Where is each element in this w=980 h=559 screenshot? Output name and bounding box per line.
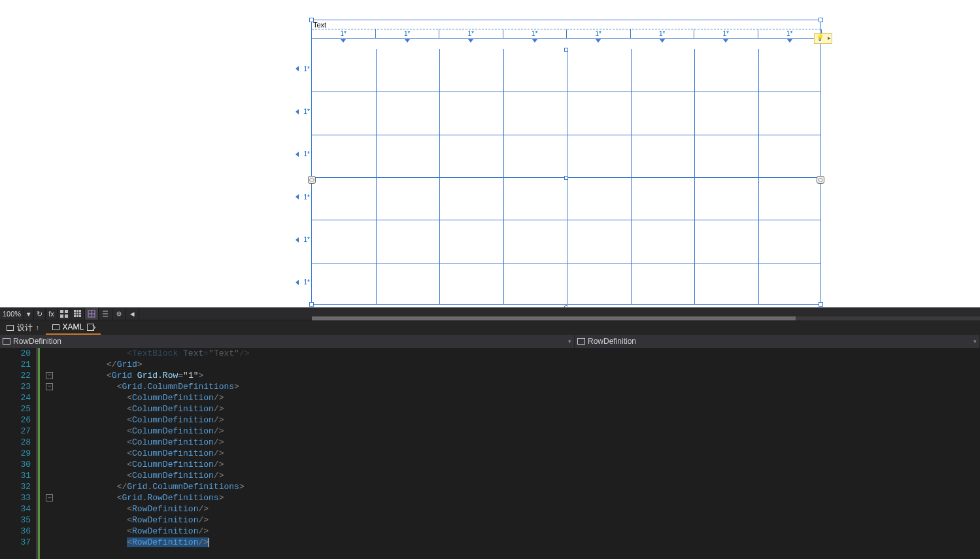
line-number: 22: [0, 370, 36, 381]
row-grip-icon[interactable]: [296, 237, 299, 243]
outline-collapse-toggle[interactable]: −: [46, 372, 53, 379]
code-line[interactable]: <ColumnDefinition/>: [56, 415, 980, 426]
options-button[interactable]: [112, 308, 126, 320]
column-grip-icon[interactable]: [787, 39, 792, 42]
line-number: 34: [0, 503, 36, 515]
text-cursor: [209, 538, 209, 547]
column-grip-icon[interactable]: [596, 39, 601, 42]
column-grip-icon[interactable]: [341, 39, 346, 42]
tab-design[interactable]: 设计 ↕: [0, 320, 46, 335]
svg-rect-4: [74, 310, 76, 312]
snap-button[interactable]: [85, 308, 99, 320]
resize-handle[interactable]: [819, 18, 823, 22]
code-line[interactable]: <RowDefinition/>: [56, 537, 980, 548]
svg-rect-2: [60, 314, 63, 318]
column-grip-icon[interactable]: [723, 39, 728, 42]
effects-fx-button[interactable]: fx: [46, 308, 58, 320]
column-grip-icon[interactable]: [468, 39, 473, 42]
zoom-dropdown[interactable]: ▾: [24, 308, 34, 320]
resize-handle[interactable]: [819, 302, 823, 307]
code-line[interactable]: <ColumnDefinition/>: [56, 426, 980, 437]
column-header[interactable]: 1*: [758, 29, 822, 39]
row-ruler[interactable]: 1*1*1*1*1*1*: [298, 48, 311, 305]
row-header[interactable]: 1*: [298, 236, 311, 243]
row-header[interactable]: 1*: [298, 279, 311, 286]
nav-scope-combo[interactable]: RowDefinition ▾: [0, 335, 575, 348]
link-handle-right[interactable]: ⬭: [817, 176, 824, 184]
line-number: 33: [0, 492, 36, 503]
grid-top-handle[interactable]: [564, 48, 568, 52]
code-line[interactable]: <Grid Grid.Row="1">: [56, 370, 980, 381]
code-body[interactable]: <TextBlock Text="Text"/> </Grid> <Grid G…: [56, 348, 980, 559]
code-line[interactable]: <Grid.ColumnDefinitions>: [56, 381, 980, 392]
grid-mid-handle[interactable]: [564, 176, 568, 180]
code-line[interactable]: <TextBlock Text="Text"/>: [56, 348, 980, 359]
column-grip-icon[interactable]: [405, 39, 410, 42]
pane-tabs: 设计 ↕ XAML: [0, 320, 980, 335]
code-line[interactable]: <ColumnDefinition/>: [56, 437, 980, 448]
row-grip-icon[interactable]: [296, 109, 299, 114]
column-header[interactable]: 1*: [567, 29, 631, 39]
outline-collapse-toggle[interactable]: −: [46, 494, 53, 501]
row-grip-icon[interactable]: [296, 152, 299, 157]
column-header[interactable]: 1*: [312, 29, 376, 39]
snap-icon: [88, 310, 95, 318]
code-line[interactable]: <ColumnDefinition/>: [56, 459, 980, 470]
design-icon: [7, 325, 14, 331]
row-header[interactable]: 1*: [298, 194, 311, 201]
code-line[interactable]: <ColumnDefinition/>: [56, 470, 980, 481]
column-header[interactable]: 1*: [631, 29, 695, 39]
row-header[interactable]: 1*: [298, 65, 311, 73]
column-grip-icon[interactable]: [660, 39, 665, 42]
column-header[interactable]: 1*: [439, 29, 503, 39]
code-line[interactable]: <Grid.RowDefinitions>: [56, 492, 980, 503]
code-line[interactable]: <RowDefinition/>: [56, 526, 980, 537]
row-header[interactable]: 1*: [298, 108, 311, 115]
resize-handle[interactable]: [309, 18, 314, 22]
code-line[interactable]: <RowDefinition/>: [56, 503, 980, 515]
line-number: 30: [0, 459, 36, 470]
code-line[interactable]: </Grid>: [56, 359, 980, 370]
designer-area: Text 1*1*1*1*1*1*1*1* ⬭ ⬭ 💡 G 1*1*1*1*1*…: [0, 0, 980, 307]
textblock-preview: Text: [312, 20, 820, 29]
line-number: 29: [0, 448, 36, 459]
chevron-down-icon: ▾: [568, 338, 571, 345]
column-header[interactable]: 1*: [376, 29, 440, 39]
line-number: 36: [0, 526, 36, 537]
row-header[interactable]: 1*: [298, 150, 311, 158]
code-editor[interactable]: 202122232425262728293031323334353637 −−−…: [0, 348, 980, 559]
design-surface[interactable]: Text 1*1*1*1*1*1*1*1* ⬭ ⬭ 💡 G: [311, 20, 821, 305]
column-ruler[interactable]: 1*1*1*1*1*1*1*1*: [312, 29, 820, 39]
tab-xaml[interactable]: XAML: [46, 320, 101, 335]
code-line[interactable]: <ColumnDefinition/>: [56, 392, 980, 403]
svg-rect-12: [79, 315, 81, 317]
tab-label: 设计: [17, 322, 33, 333]
row-grip-icon[interactable]: [296, 66, 299, 71]
grid-small-icon[interactable]: [58, 308, 71, 320]
code-line[interactable]: <ColumnDefinition/>: [56, 403, 980, 415]
lightbulb-suggestion[interactable]: 💡: [814, 33, 832, 44]
outline-column[interactable]: −−−: [46, 348, 54, 559]
column-header[interactable]: 1*: [694, 29, 758, 39]
row-grip-icon[interactable]: [296, 194, 299, 199]
row-grip-icon[interactable]: [296, 280, 299, 285]
toolbar-scroll-left[interactable]: ◄: [126, 308, 139, 320]
refresh-button[interactable]: ↻: [34, 308, 46, 320]
grid-large-icon[interactable]: [71, 308, 85, 320]
column-header[interactable]: 1*: [503, 29, 567, 39]
code-line[interactable]: <ColumnDefinition/>: [56, 448, 980, 459]
outline-collapse-toggle[interactable]: −: [46, 383, 53, 390]
line-number: 31: [0, 470, 36, 481]
zoom-level[interactable]: 100%: [0, 308, 24, 320]
code-line[interactable]: </Grid.ColumnDefinitions>: [56, 481, 980, 492]
popout-icon[interactable]: [87, 324, 94, 331]
line-number: 20: [0, 348, 36, 359]
svg-rect-8: [76, 313, 78, 314]
line-number: 25: [0, 403, 36, 415]
nav-member-combo[interactable]: RowDefinition ▾: [575, 335, 980, 348]
svg-rect-5: [76, 310, 78, 312]
snap-lines-button[interactable]: [99, 308, 112, 320]
column-grip-icon[interactable]: [532, 39, 537, 42]
code-line[interactable]: <RowDefinition/>: [56, 515, 980, 526]
grid-icon: [74, 310, 82, 318]
